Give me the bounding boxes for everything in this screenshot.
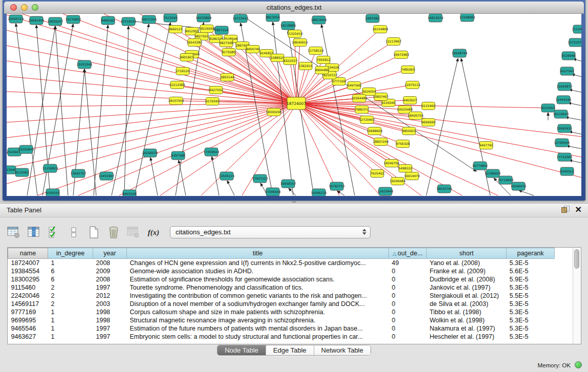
graph-node[interactable]: 18032745 <box>437 185 452 193</box>
graph-node[interactable]: 17710365 <box>557 153 573 161</box>
graph-node[interactable]: 15723433 <box>233 14 249 23</box>
table-row[interactable]: 1872400712008Changes of HCN gene express… <box>8 259 575 267</box>
cell-in_degree[interactable]: 6 <box>48 275 93 283</box>
cell-name[interactable]: 9699695 <box>8 316 48 324</box>
graph-node[interactable]: 18107554 <box>168 97 184 105</box>
graph-node[interactable]: 13942757 <box>71 169 86 178</box>
graph-node[interactable]: 9827508 <box>220 39 233 47</box>
table-vertical-scrollbar[interactable] <box>573 248 581 344</box>
graph-node[interactable]: 9854923 <box>402 127 416 135</box>
cell-short[interactable]: Yano et al. (2008) <box>427 259 507 267</box>
graph-node[interactable]: 18640910 <box>292 39 308 47</box>
graph-node[interactable]: 16033809 <box>196 14 212 22</box>
memory-status-indicator[interactable] <box>575 361 582 368</box>
cell-short[interactable]: de Silva et al. (2003) <box>427 300 507 308</box>
graph-node[interactable]: 9397588 <box>171 151 185 160</box>
graph-node[interactable]: 16543382 <box>187 39 203 47</box>
table-row[interactable]: 946554611997Estimation of the future num… <box>8 324 575 333</box>
graph-node[interactable]: 10655257 <box>48 17 63 26</box>
graph-node[interactable]: 16210643 <box>553 110 569 118</box>
graph-node[interactable]: 15292845 <box>18 145 34 154</box>
graph-node[interactable]: 11325419 <box>287 30 303 38</box>
graph-node[interactable]: 7485063 <box>401 66 415 74</box>
cell-out_degree[interactable]: 0 <box>389 267 427 275</box>
graph-node[interactable]: 16648794 <box>452 49 468 57</box>
cell-pagerank[interactable]: 5.3E-5 <box>507 324 555 333</box>
graph-node[interactable]: 20206576 <box>142 149 158 157</box>
graph-node[interactable]: 17359924 <box>204 148 220 156</box>
cell-year[interactable]: 2008 <box>93 275 127 283</box>
table-source-select[interactable]: citations_edges.txt <box>170 226 371 238</box>
cell-short[interactable]: Franke et al. (2009) <box>427 267 507 275</box>
cell-out_degree[interactable]: 49 <box>389 259 427 267</box>
scrollbar-thumb[interactable] <box>574 249 579 269</box>
graph-node[interactable]: 12186930 <box>485 169 501 178</box>
graph-node[interactable]: 20364486 <box>352 95 367 102</box>
cell-short[interactable]: Jankovic et al. (1997) <box>427 283 507 292</box>
select-columns-button[interactable] <box>46 225 61 240</box>
graph-node[interactable]: 15276802 <box>66 15 81 24</box>
cell-year[interactable]: 1998 <box>93 316 127 324</box>
cell-year[interactable]: 2009 <box>93 267 127 275</box>
graph-node[interactable]: 18226058 <box>199 25 215 33</box>
graph-node[interactable]: 9245012 <box>560 167 574 176</box>
network-canvas[interactable]: 2045572420691406106552571527680284661601… <box>7 14 581 196</box>
graph-node[interactable]: 8660123 <box>169 26 183 33</box>
cell-name[interactable]: 9463627 <box>8 333 48 341</box>
tab-node-table[interactable]: Node Table <box>217 345 266 355</box>
cell-name[interactable]: 22420046 <box>8 292 48 300</box>
cell-in_degree[interactable]: 1 <box>48 259 93 267</box>
row-height-button[interactable] <box>66 225 81 240</box>
cell-in_degree[interactable]: 2 <box>48 283 93 292</box>
graph-node[interactable]: 15992931 <box>557 124 573 133</box>
cell-in_degree[interactable]: 1 <box>48 308 93 316</box>
cell-pagerank[interactable]: 5.6E-5 <box>507 267 555 275</box>
column-header-year[interactable]: year <box>93 248 127 259</box>
cell-year[interactable]: 1997 <box>93 333 127 341</box>
graph-node[interactable]: 16914479 <box>404 172 420 180</box>
table-row[interactable]: 1830029562008Estimation of significance … <box>8 275 575 283</box>
graph-node[interactable]: 9115460 <box>422 102 435 110</box>
graph-node[interactable]: 7986372 <box>355 106 369 114</box>
cell-out_degree[interactable]: 0 <box>389 300 427 308</box>
cell-out_degree[interactable]: 0 <box>389 283 427 292</box>
graph-node[interactable]: 8175685 <box>222 49 236 56</box>
cell-year[interactable]: 1997 <box>93 283 127 292</box>
graph-node[interactable]: 1362615 <box>299 62 313 70</box>
graph-node[interactable]: 18495759 <box>408 112 424 120</box>
graph-node[interactable]: 8813054 <box>266 14 280 21</box>
cell-short[interactable]: Stergiakouli et al. (2012) <box>427 292 507 300</box>
cell-pagerank[interactable]: 5.3E-5 <box>507 316 555 324</box>
cell-title[interactable]: Disruption of a novel member of a sodium… <box>127 300 389 308</box>
graph-node[interactable]: 18724007 <box>287 97 306 110</box>
graph-node[interactable]: 2687682 <box>366 14 380 23</box>
cell-pagerank[interactable]: 5.9E-5 <box>507 275 555 283</box>
cell-name[interactable]: 9777169 <box>8 308 48 316</box>
cell-name[interactable]: 19384554 <box>8 267 48 275</box>
graph-node[interactable]: 16154808 <box>373 26 388 33</box>
cell-year[interactable]: 1998 <box>93 308 127 316</box>
tab-edge-table[interactable]: Edge Table <box>266 345 314 355</box>
table-row[interactable]: 969969511998Structural magnetic resonanc… <box>8 316 575 324</box>
graph-node[interactable]: 12975115 <box>405 81 421 89</box>
cell-title[interactable]: Structural magnetic resonance image aver… <box>127 316 389 324</box>
cell-title[interactable]: Estimation of significance thresholds fo… <box>127 275 389 283</box>
cell-in_degree[interactable]: 1 <box>48 316 93 324</box>
cell-title[interactable]: Investigating the contribution of common… <box>127 292 389 300</box>
graph-node[interactable]: 18807249 <box>373 138 389 146</box>
graph-node[interactable]: 11451947 <box>99 172 115 180</box>
table-row[interactable]: 2242004622012Investigating the contribut… <box>8 292 575 300</box>
graph-node[interactable]: 12213967 <box>386 38 402 46</box>
graph-node[interactable]: 12720407 <box>359 116 375 124</box>
column-header-out_degree[interactable]: △out_de... <box>389 248 427 259</box>
column-header-title[interactable]: title <box>127 248 389 259</box>
cell-name[interactable]: 18300295 <box>8 275 48 283</box>
cell-pagerank[interactable]: 5.3E-5 <box>507 308 555 316</box>
graph-node[interactable]: 15046230 <box>311 189 327 196</box>
cell-pagerank[interactable]: 5.3E-5 <box>507 333 555 341</box>
cell-out_degree[interactable]: 0 <box>389 292 427 300</box>
network-window-titlebar[interactable]: citations_edges.txt <box>4 2 584 14</box>
cell-short[interactable]: Nakamura et al. (1997) <box>427 324 507 333</box>
graph-node[interactable]: 9170045 <box>206 98 220 105</box>
cell-name[interactable]: 18724007 <box>8 259 48 267</box>
